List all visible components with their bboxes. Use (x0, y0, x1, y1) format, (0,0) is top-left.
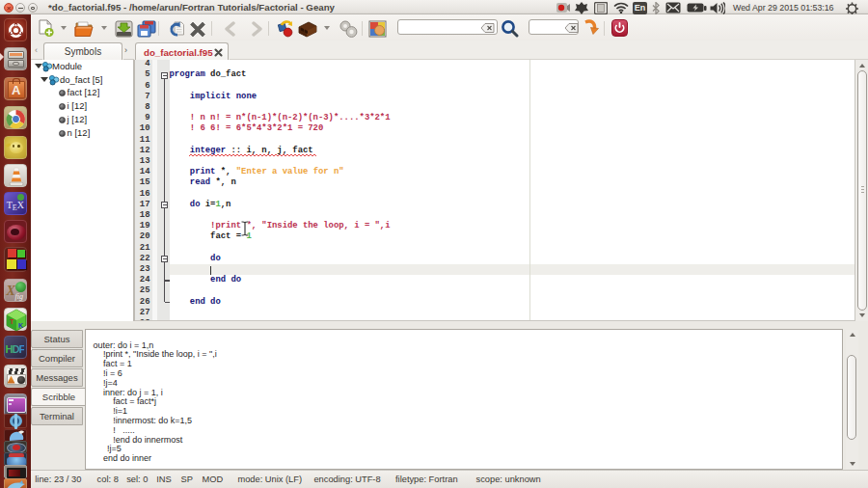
svg-text:K: K (18, 322, 23, 329)
svg-text:T: T (10, 318, 14, 325)
